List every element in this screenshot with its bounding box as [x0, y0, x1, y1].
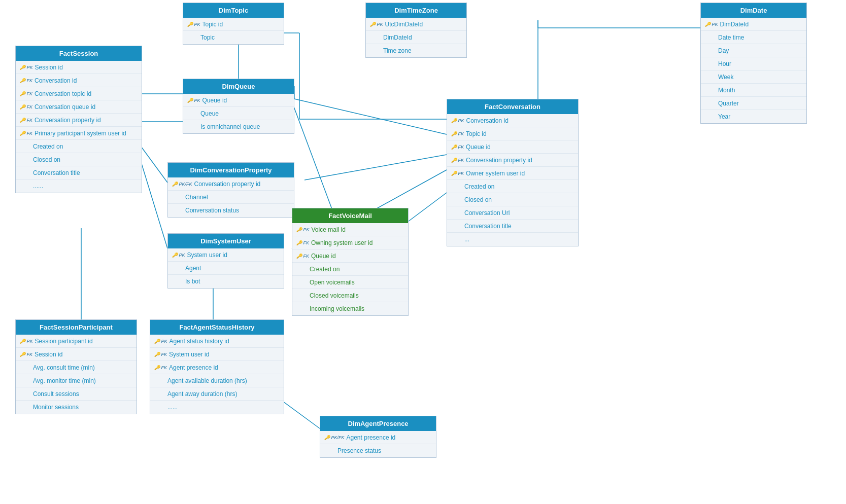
field-name: DimDateId: [720, 21, 749, 28]
field-name: ......: [167, 404, 178, 411]
field-name: Agent presence id: [347, 434, 396, 441]
field-row: ......: [16, 179, 142, 193]
field-name: Avg. consult time (min): [33, 364, 95, 371]
factvoicemail-header: FactVoiceMail: [292, 208, 408, 223]
field-row: 🔑 PK Session id: [16, 61, 142, 74]
field-name: Week: [718, 74, 733, 81]
field-key: 🔑 PK: [187, 22, 200, 27]
field-name: Agent status history id: [170, 338, 229, 345]
field-name: Topic: [200, 34, 215, 41]
diagram-canvas: DimTopic 🔑 PK Topic id Topic DimTimeZone…: [0, 0, 846, 504]
field-name: Created on: [310, 266, 340, 273]
field-row: Is bot: [168, 275, 284, 288]
field-row: Day: [701, 44, 806, 57]
field-row: 🔑 FK System user id: [150, 348, 284, 361]
field-row: 🔑 FK Agent presence id: [150, 361, 284, 374]
dimdate-header: DimDate: [701, 3, 806, 18]
field-name: Conversation Url: [464, 209, 510, 217]
factvoicemail-body: 🔑 PK Voice mail id 🔑 FK Owning system us…: [292, 223, 408, 315]
field-name: Owner system user id: [466, 170, 525, 177]
field-row: Presence status: [320, 444, 436, 457]
field-row: DimDateId: [366, 31, 466, 44]
factagentstatushistory-body: 🔑 PK Agent status history id 🔑 FK System…: [150, 335, 284, 414]
field-row: 🔑 PK/FK Agent presence id: [320, 431, 436, 444]
entity-factsessionparticipant: FactSessionParticipant 🔑 PK Session part…: [15, 319, 137, 414]
field-row: 🔑 FK Owner system user id: [447, 167, 578, 180]
field-key: 🔑 FK: [20, 352, 32, 357]
field-row: 🔑 PK Voice mail id: [292, 223, 408, 236]
field-name: Is bot: [185, 278, 200, 285]
factconversation-body: 🔑 PK Conversation id 🔑 FK Topic id 🔑 FK …: [447, 114, 578, 246]
field-name: System user id: [187, 251, 227, 259]
entity-dimdate: DimDate 🔑 PK DimDateId Date time Day Hou…: [700, 3, 807, 124]
entity-factagentstatushistory: FactAgentStatusHistory 🔑 PK Agent status…: [150, 319, 284, 414]
factsessionparticipant-header: FactSessionParticipant: [16, 320, 137, 335]
field-name: Topic id: [466, 130, 487, 137]
svg-line-15: [140, 157, 167, 248]
field-name: Open voicemails: [310, 279, 355, 286]
field-row: 🔑 PK DimDateId: [701, 18, 806, 31]
dimagentpresence-body: 🔑 PK/FK Agent presence id Presence statu…: [320, 431, 436, 457]
field-name: Owning system user id: [311, 239, 373, 246]
field-row: Time zone: [366, 44, 466, 57]
dimconversationproperty-body: 🔑 PK/FK Conversation property id Channel…: [168, 177, 294, 217]
factsession-header: FactSession: [16, 46, 142, 61]
field-row: ...: [447, 233, 578, 246]
field-key: 🔑 FK: [451, 145, 464, 150]
field-name: Hour: [718, 60, 731, 67]
field-name: Conversation title: [464, 223, 512, 230]
field-row: Agent away duration (hrs): [150, 387, 284, 401]
entity-factsession: FactSession 🔑 PK Session id 🔑 FK Convers…: [15, 46, 142, 193]
field-row: Open voicemails: [292, 276, 408, 289]
field-name: Session id: [35, 351, 62, 358]
field-row: 🔑 PK Conversation id: [447, 114, 578, 127]
field-name: Consult sessions: [33, 390, 79, 398]
field-row: 🔑 FK Conversation property id: [16, 114, 142, 127]
field-row: Incoming voicemails: [292, 302, 408, 315]
field-key: 🔑 PK: [705, 22, 718, 27]
field-row: Conversation Url: [447, 206, 578, 220]
field-row: 🔑 FK Topic id: [447, 127, 578, 140]
field-row: Closed on: [447, 193, 578, 206]
field-name: Voice mail id: [312, 226, 346, 233]
field-row: Year: [701, 110, 806, 123]
dimtimezone-header: DimTimeZone: [366, 3, 466, 18]
field-key: 🔑 FK: [451, 131, 464, 136]
field-name: Created on: [464, 183, 494, 190]
field-row: Month: [701, 84, 806, 97]
field-key: 🔑 PK: [296, 227, 310, 232]
field-name: Month: [718, 87, 735, 94]
field-key: 🔑 FK: [296, 254, 309, 259]
field-row: Topic: [183, 31, 284, 44]
field-name: Conversation property id: [466, 157, 532, 164]
field-row: 🔑 FK Queue id: [447, 140, 578, 154]
field-row: Agent avaliable duration (hrs): [150, 374, 284, 387]
field-name: Closed on: [33, 156, 60, 163]
field-name: Queue id: [466, 143, 491, 151]
field-key: 🔑 FK: [154, 365, 167, 370]
field-row: Closed voicemails: [292, 289, 408, 302]
field-row: Conversation status: [168, 204, 294, 217]
dimtopic-body: 🔑 PK Topic id Topic: [183, 18, 284, 44]
field-row: 🔑 PK Agent status history id: [150, 335, 284, 348]
field-name: Conversation queue id: [35, 103, 95, 111]
field-name: Conversation id: [35, 77, 77, 84]
field-name: Conversation property id: [35, 117, 101, 124]
field-row: Created on: [447, 180, 578, 193]
field-name: Year: [718, 113, 730, 120]
field-name: Queue id: [202, 97, 227, 104]
field-key: 🔑 PK: [20, 339, 33, 344]
field-row: 🔑 FK Conversation property id: [447, 154, 578, 167]
field-row: 🔑 PK/FK Conversation property id: [168, 177, 294, 191]
dimconversationproperty-header: DimConversationProperty: [168, 163, 294, 177]
field-name: Date time: [718, 34, 744, 41]
factagentstatushistory-header: FactAgentStatusHistory: [150, 320, 284, 335]
field-name: Monitor sessions: [33, 404, 79, 411]
field-row: Monitor sessions: [16, 401, 137, 414]
field-name: Conversation status: [185, 207, 239, 214]
dimqueue-header: DimQueue: [183, 79, 294, 94]
entity-dimtopic: DimTopic 🔑 PK Topic id Topic: [183, 3, 284, 45]
field-name: Conversation property id: [194, 181, 261, 188]
field-key: 🔑 FK: [20, 78, 32, 83]
field-row: Quarter: [701, 97, 806, 110]
